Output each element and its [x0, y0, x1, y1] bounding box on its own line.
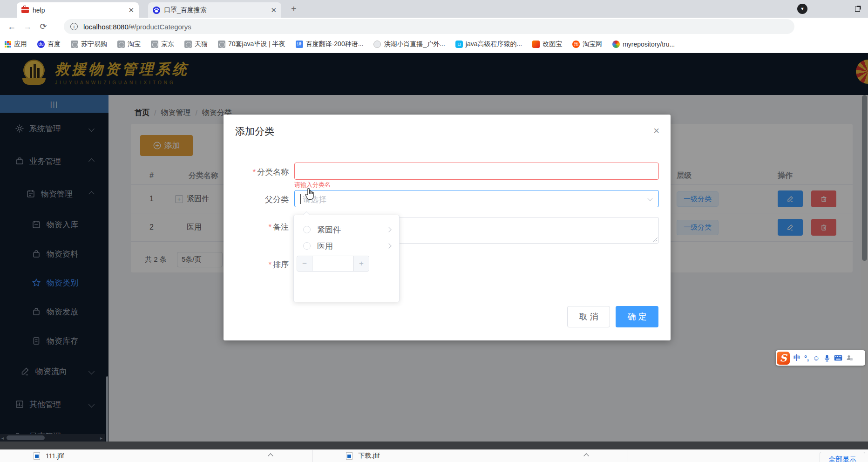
bookmark-apps[interactable]: 应用	[5, 40, 27, 48]
resize-handle[interactable]	[653, 238, 658, 242]
bookmark-baidu[interactable]: du百度	[37, 40, 61, 48]
category-name-input[interactable]	[294, 163, 659, 180]
text-caret	[300, 194, 301, 204]
downloads-bar: 111.jfif 下载.jfif 全部显示	[0, 449, 868, 462]
cancel-button[interactable]: 取 消	[567, 306, 610, 327]
modal-title: 添加分类	[235, 125, 274, 138]
baidu-paw-favicon	[153, 7, 160, 14]
globe-icon	[71, 41, 78, 48]
baidu-icon: du	[37, 41, 45, 48]
sogou-ime-toolbar: S 中 °, ☺	[776, 350, 865, 366]
chevron-down-icon	[647, 196, 652, 201]
bookmark-tmall[interactable]: 天猫	[184, 40, 208, 48]
orange-icon	[532, 41, 540, 48]
dropdown-option-fasteners[interactable]: 紧固件	[294, 221, 399, 238]
show-all-downloads-button[interactable]: 全部显示	[820, 452, 865, 462]
download-item[interactable]: 下载.jfif	[312, 450, 588, 462]
briefcase-favicon	[21, 7, 29, 13]
parent-category-select[interactable]: 请选择	[294, 190, 659, 207]
url-host: localhost:8080	[83, 23, 129, 31]
new-tab-button[interactable]: +	[291, 4, 297, 14]
bookmark-java[interactable]: 70套java毕设 | 半夜	[218, 40, 285, 48]
tab-title: help	[33, 7, 124, 14]
ime-emoji-icon[interactable]: ☺	[813, 354, 820, 362]
stepper-value-input[interactable]	[312, 256, 353, 271]
chevron-right-icon	[386, 243, 391, 248]
tab-close-icon[interactable]: ✕	[271, 6, 277, 14]
globe-icon	[184, 41, 192, 48]
sogou-logo-icon[interactable]: S	[777, 352, 790, 365]
translate-badge-icon: 译	[296, 41, 303, 48]
dropdown-arrow	[303, 211, 310, 218]
modal-close-icon[interactable]: ×	[653, 125, 659, 137]
browser-address-bar: ← → ⟳ i localhost:8080/#/productCategory…	[0, 18, 868, 35]
bookmark-jd[interactable]: 京东	[151, 40, 174, 48]
add-category-modal: 添加分类 × *分类名称 请输入分类名 父分类 请选择 *备注 *排序 − +	[224, 115, 671, 340]
globe-icon	[218, 41, 225, 48]
chevron-up-icon[interactable]	[583, 453, 589, 458]
ime-microphone-icon[interactable]	[824, 354, 830, 362]
bookmark-suning[interactable]: 苏宁易购	[71, 40, 107, 48]
bookmark-taobao[interactable]: 淘宝	[117, 40, 141, 48]
remark-field-label: *备注	[229, 222, 289, 232]
bookmark-myrepository[interactable]: myrepository/tru...	[612, 41, 675, 48]
stepper-decrease-button[interactable]: −	[297, 256, 312, 271]
radio-icon[interactable]	[303, 226, 311, 233]
ime-punctuation-icon[interactable]: °,	[804, 354, 809, 362]
tab-close-icon[interactable]: ✕	[128, 6, 134, 14]
download-filename: 111.jfif	[46, 452, 64, 460]
bookmark-fanyi[interactable]: 译百度翻译-200种语...	[296, 40, 364, 48]
window-restore-button[interactable]	[847, 0, 868, 18]
apps-grid-icon	[5, 41, 11, 48]
tab-title: 口罩_百度搜索	[164, 6, 267, 14]
image-file-icon	[346, 452, 353, 460]
image-file-icon	[34, 452, 40, 460]
bookmark-gaitubao[interactable]: 改图宝	[532, 40, 562, 48]
avatar-icon	[373, 41, 381, 48]
name-field-label: *分类名称	[229, 167, 289, 177]
browser-tab-baidu[interactable]: 口罩_百度搜索 ✕	[148, 2, 281, 18]
bottom-dark-strip	[0, 442, 868, 449]
site-info-icon[interactable]: i	[70, 23, 78, 30]
reload-icon[interactable]: ⟳	[35, 21, 51, 32]
browser-tab-bar: help ✕ 口罩_百度搜索 ✕ + ▼ —	[0, 0, 868, 18]
window-minimize-button[interactable]: —	[821, 0, 843, 18]
browser-menu-button[interactable]: ▼	[792, 0, 813, 18]
screen: help ✕ 口罩_百度搜索 ✕ + ▼ — ← → ⟳	[0, 0, 868, 462]
back-icon[interactable]: ←	[4, 22, 20, 32]
sort-number-stepper: − +	[297, 256, 369, 272]
color-wheel-icon	[612, 41, 620, 48]
url-omnibox[interactable]: i localhost:8080/#/productCategorys	[64, 19, 794, 34]
ime-profile-icon[interactable]	[846, 354, 853, 362]
chevron-right-icon	[386, 227, 391, 232]
ime-chinese-mode-icon[interactable]: 中	[793, 353, 800, 362]
bookmark-java-blog[interactable]: ロjava高级程序猿的...	[455, 40, 522, 48]
sort-field-label: *排序	[229, 259, 289, 270]
confirm-button[interactable]: 确 定	[616, 306, 658, 327]
divider	[628, 450, 628, 462]
ime-keyboard-icon[interactable]	[834, 355, 842, 361]
download-item[interactable]: 111.jfif	[0, 450, 272, 462]
mouse-hand-cursor	[304, 187, 317, 201]
globe-icon	[117, 41, 125, 48]
download-filename: 下载.jfif	[358, 452, 380, 460]
radio-icon[interactable]	[303, 242, 311, 250]
tao-icon: 淘	[572, 41, 580, 48]
robot-icon: ロ	[455, 41, 463, 48]
chevron-up-icon[interactable]	[268, 453, 273, 458]
bookmark-taobao-site[interactable]: 淘淘宝网	[572, 40, 602, 48]
bookmark-zhibo[interactable]: 洪湖小肖直播_户外...	[373, 40, 445, 48]
globe-icon	[151, 41, 158, 48]
stepper-increase-button[interactable]: +	[353, 256, 369, 271]
url-path: /#/productCategorys	[129, 23, 191, 31]
bookmarks-bar: 应用 du百度 苏宁易购 淘宝 京东 天猫 70套java毕设 | 半夜 译百度…	[0, 35, 868, 53]
forward-icon[interactable]: →	[20, 22, 35, 32]
browser-tab-help[interactable]: help ✕	[17, 2, 139, 18]
parent-field-label: 父分类	[229, 194, 289, 205]
dropdown-option-medical[interactable]: 医用	[294, 237, 399, 255]
